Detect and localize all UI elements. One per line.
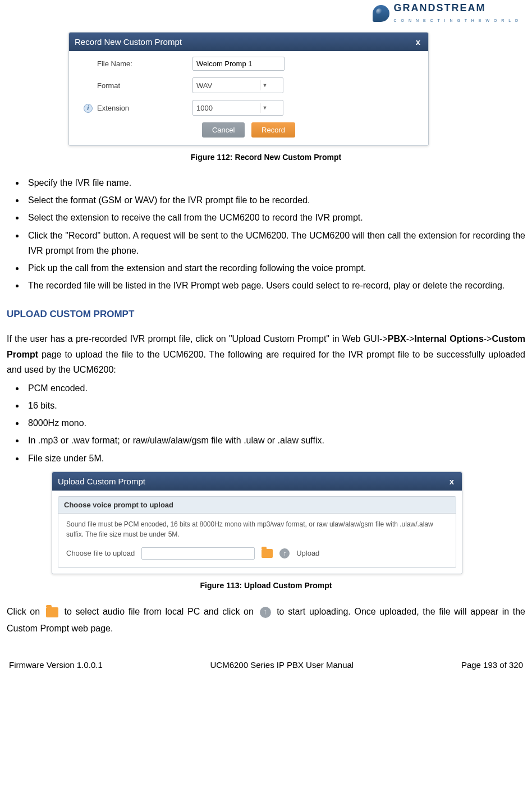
upload-icon[interactable]: ↑ (279, 548, 290, 558)
closing-para: Click on to select audio file from local… (7, 603, 525, 638)
list-item: File size under 5M. (25, 451, 525, 466)
figure-caption-1: Figure 112: Record New Custom Prompt (7, 153, 525, 162)
upload-intro-para: If the user has a pre-recorded IVR promp… (7, 331, 525, 377)
brand-logo: GRANDSTREAM C O N N E C T I N G T H E W … (7, 0, 525, 32)
upload-button-label[interactable]: Upload (296, 549, 319, 557)
page-footer: Firmware Version 1.0.0.1 UCM6200 Series … (7, 660, 525, 670)
list-item: The recorded file will be listed in the … (25, 278, 525, 293)
dialog-title: Upload Custom Prompt (58, 477, 145, 486)
footer-page-number: Page 193 of 320 (461, 660, 523, 670)
list-item: Click the "Record" button. A request wil… (25, 228, 525, 258)
list-item: In .mp3 or .wav format; or raw/ulaw/alaw… (25, 433, 525, 448)
close-icon[interactable]: x (414, 37, 423, 47)
choose-file-label: Choose file to upload (66, 549, 135, 557)
section-heading-upload: UPLOAD CUSTOM PROMPT (7, 309, 525, 320)
extension-label: Extension (96, 104, 192, 112)
list-item: Select the format (GSM or WAV) for the I… (25, 193, 525, 208)
list-item: 8000Hz mono. (25, 415, 525, 431)
folder-icon[interactable] (262, 549, 273, 558)
info-icon: i (84, 104, 93, 113)
requirements-list: PCM encoded. 16 bits. 8000Hz mono. In .m… (7, 381, 525, 466)
list-item: Pick up the call from the extension and … (25, 260, 525, 276)
logo-main: GRANDSTREAM (394, 2, 486, 13)
chevron-down-icon: ▼ (260, 103, 269, 113)
list-item: 16 bits. (25, 398, 525, 413)
upload-hint: Sound file must be PCM encoded, 16 bits … (58, 514, 456, 547)
footer-firmware: Firmware Version 1.0.0.1 (9, 660, 103, 670)
upload-icon: ↑ (260, 607, 271, 618)
upload-prompt-dialog: Upload Custom Prompt x Choose voice prom… (52, 471, 462, 574)
dialog-title: Record New Custom Prompt (75, 37, 182, 47)
instructions-list-1: Specify the IVR file name. Select the fo… (7, 175, 525, 293)
record-button[interactable]: Record (251, 122, 295, 138)
filename-input[interactable] (192, 57, 285, 71)
filename-label: File Name: (96, 59, 192, 68)
record-prompt-dialog: Record New Custom Prompt x File Name: Fo… (68, 32, 429, 146)
figure-caption-2: Figure 113: Upload Custom Prompt (7, 581, 525, 590)
list-item: PCM encoded. (25, 381, 525, 396)
logo-sub: C O N N E C T I N G T H E W O R L D (394, 19, 520, 22)
format-label: Format (96, 81, 192, 90)
list-item: Specify the IVR file name. (25, 175, 525, 190)
extension-select[interactable]: 1000 ▼ (192, 100, 283, 116)
globe-icon (373, 5, 389, 22)
cancel-button[interactable]: Cancel (202, 122, 245, 138)
upload-sub-title: Choose voice prompt to upload (58, 497, 456, 514)
chevron-down-icon: ▼ (260, 80, 269, 90)
format-select[interactable]: WAV ▼ (192, 77, 283, 93)
list-item: Select the extension to receive the call… (25, 210, 525, 225)
footer-manual-title: UCM6200 Series IP PBX User Manual (210, 660, 354, 670)
file-path-input[interactable] (141, 547, 255, 560)
close-icon[interactable]: x (447, 477, 456, 486)
folder-icon (46, 607, 58, 617)
